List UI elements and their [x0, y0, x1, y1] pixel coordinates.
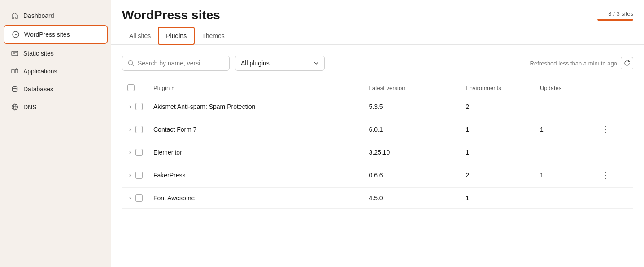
environments-cell: 1	[460, 142, 535, 163]
table-row: › Contact Form 7 6.0.1 1 1 ⋮	[122, 117, 633, 142]
table-row: › Font Awesome 4.5.0 1	[122, 188, 633, 209]
environments-count: 2	[466, 172, 469, 179]
plugin-name-cell: Akismet Anti‑spam: Spam Protection	[148, 96, 363, 117]
sidebar-item-dns[interactable]: DNS	[4, 99, 108, 116]
updates-count: 1	[540, 172, 544, 179]
row-checkbox[interactable]	[135, 149, 143, 156]
version-cell: 5.3.5	[363, 96, 460, 117]
expand-button[interactable]: ›	[127, 125, 133, 134]
row-expand-cell: ›	[122, 142, 148, 163]
environments-cell: 2	[460, 96, 535, 117]
sites-count: 3 / 3 sites	[597, 10, 633, 21]
updates-cell	[535, 96, 594, 117]
toolbar: All plugins Refreshed less than a minute…	[122, 56, 633, 71]
table-row: › Elementor 3.25.10 1	[122, 142, 633, 163]
environments-count: 1	[466, 149, 469, 156]
version-cell: 4.5.0	[363, 188, 460, 209]
plugin-name-cell: Elementor	[148, 142, 363, 163]
expand-button[interactable]: ›	[127, 103, 133, 111]
plugins-table: Plugin ↑ Latest version Environments Upd…	[122, 80, 633, 209]
svg-rect-6	[15, 69, 18, 73]
updates-header: Updates	[535, 80, 594, 96]
row-checkbox[interactable]	[135, 172, 143, 179]
row-checkbox[interactable]	[135, 194, 143, 202]
select-all-checkbox[interactable]	[127, 84, 135, 91]
updates-cell	[535, 142, 594, 163]
search-input[interactable]	[138, 60, 224, 67]
action-cell: ⋮	[594, 163, 633, 188]
action-cell	[594, 188, 633, 209]
plugin-name-cell: Contact Form 7	[148, 117, 363, 142]
svg-point-1	[15, 34, 17, 35]
plugin-header[interactable]: Plugin ↑	[148, 80, 363, 96]
tabs-bar: All sites Plugins Themes	[111, 27, 644, 45]
databases-icon	[11, 85, 19, 93]
table-row: › Akismet Anti‑spam: Spam Protection 5.3…	[122, 96, 633, 117]
sites-count-bar-fill	[597, 19, 633, 21]
refresh-icon	[624, 60, 630, 66]
expand-button[interactable]: ›	[127, 194, 133, 202]
svg-rect-2	[12, 51, 18, 56]
version-cell: 0.6.6	[363, 163, 460, 188]
version-cell: 3.25.10	[363, 142, 460, 163]
wordpress-icon	[12, 30, 20, 39]
row-expand-cell: ›	[122, 188, 148, 209]
search-box[interactable]	[122, 56, 230, 71]
row-checkbox[interactable]	[135, 103, 143, 110]
select-all-col	[122, 80, 148, 96]
updates-cell: 1	[535, 163, 594, 188]
action-cell	[594, 142, 633, 163]
refresh-button[interactable]	[621, 57, 633, 69]
latest-version: 6.0.1	[369, 126, 383, 133]
version-header: Latest version	[363, 80, 460, 96]
version-cell: 6.0.1	[363, 117, 460, 142]
environments-count: 1	[466, 126, 469, 133]
sidebar-item-static-sites[interactable]: Static sites	[4, 45, 108, 62]
tab-plugins[interactable]: Plugins	[158, 27, 195, 45]
sidebar-item-wordpress-sites[interactable]: WordPress sites	[4, 25, 108, 44]
row-expand-cell: ›	[122, 117, 148, 142]
sites-count-bar	[597, 19, 633, 21]
tab-themes[interactable]: Themes	[195, 27, 232, 44]
sidebar-item-dashboard[interactable]: Dashboard	[4, 7, 108, 24]
plugin-name-cell: FakerPress	[148, 163, 363, 188]
page-title: WordPress sites	[122, 8, 220, 22]
sidebar-item-applications[interactable]: Applications	[4, 63, 108, 80]
action-cell	[594, 96, 633, 117]
home-icon	[11, 12, 19, 20]
more-options-button[interactable]: ⋮	[599, 169, 613, 181]
svg-line-15	[132, 65, 134, 66]
environments-count: 1	[466, 194, 469, 202]
dns-icon	[11, 103, 19, 111]
main-content: WordPress sites 3 / 3 sites All sites Pl…	[111, 0, 644, 267]
applications-icon	[11, 67, 19, 75]
content-area: All plugins Refreshed less than a minute…	[111, 45, 644, 267]
updates-cell: 1	[535, 117, 594, 142]
expand-button[interactable]: ›	[127, 148, 133, 156]
plugin-name-cell: Font Awesome	[148, 188, 363, 209]
latest-version: 4.5.0	[369, 194, 383, 202]
refresh-area: Refreshed less than a minute ago	[530, 57, 633, 69]
sidebar-item-databases[interactable]: Databases	[4, 81, 108, 98]
filter-dropdown[interactable]: All plugins	[235, 56, 325, 71]
row-expand-cell: ›	[122, 96, 148, 117]
expand-button[interactable]: ›	[127, 171, 133, 179]
table-row: › FakerPress 0.6.6 2 1 ⋮	[122, 163, 633, 188]
action-cell: ⋮	[594, 117, 633, 142]
svg-point-10	[12, 104, 18, 110]
environments-header: Environments	[460, 80, 535, 96]
latest-version: 5.3.5	[369, 103, 383, 110]
latest-version: 0.6.6	[369, 172, 383, 179]
latest-version: 3.25.10	[369, 149, 390, 156]
more-options-button[interactable]: ⋮	[599, 124, 613, 135]
svg-rect-5	[12, 69, 14, 73]
row-checkbox[interactable]	[135, 126, 143, 133]
static-sites-icon	[11, 49, 19, 57]
environments-cell: 2	[460, 163, 535, 188]
plugin-name: Contact Form 7	[153, 126, 196, 133]
action-header	[594, 80, 633, 96]
chevron-down-icon	[313, 60, 319, 66]
environments-count: 2	[466, 103, 469, 110]
svg-point-9	[13, 87, 17, 89]
tab-all-sites[interactable]: All sites	[122, 27, 158, 44]
